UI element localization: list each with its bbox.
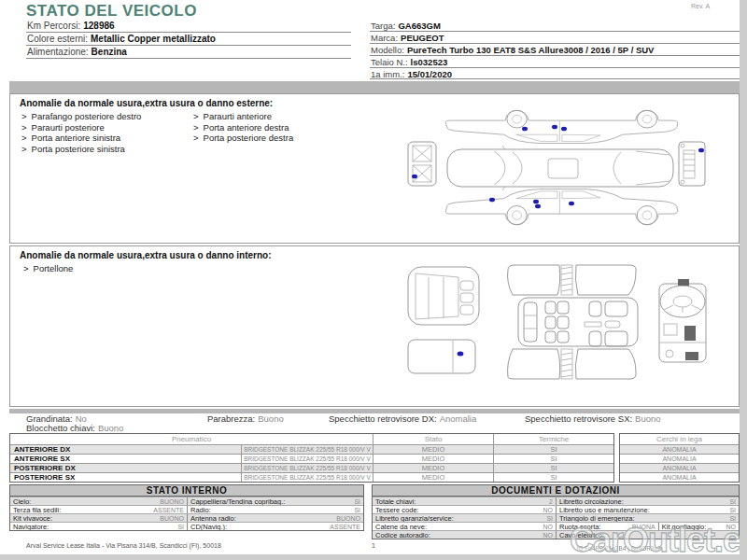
rim-row: ANOMALIA bbox=[620, 444, 739, 454]
scan-edge-bottom bbox=[0, 554, 747, 560]
damage-marker bbox=[533, 200, 539, 204]
field-modello: Modello:PureTech Turbo 130 EAT8 S&S Allu… bbox=[370, 44, 740, 56]
vehicle-report-page: STATO DEL VEICOLO Rev. A Km Percorsi:128… bbox=[0, 0, 747, 560]
interior-car-diagram bbox=[401, 251, 737, 402]
anomaly-item: >Porta anteriore destra bbox=[193, 122, 293, 133]
revision-label: Rev. A bbox=[691, 3, 710, 9]
damage-marker bbox=[522, 127, 528, 132]
field-marca: Marca:PEUGEOT bbox=[370, 32, 740, 44]
anomaly-item: >Portellone bbox=[23, 263, 73, 274]
rim-row: ANOMALIA bbox=[620, 472, 739, 482]
anomaly-item: >Porta posteriore sinistra bbox=[21, 144, 141, 155]
car-front-view bbox=[408, 142, 436, 186]
anomaly-item: >Paraurti posteriore bbox=[21, 122, 141, 133]
exterior-car-diagram bbox=[401, 96, 737, 241]
field-alimentazione: Alimentazione:Benzina bbox=[26, 46, 351, 59]
documenti-title: DOCUMENTI E DOTAZIONI bbox=[373, 485, 739, 497]
damage-marker bbox=[552, 125, 557, 130]
damage-marker bbox=[458, 352, 464, 357]
footer-company: Arval Service Lease Italia - Via Pisana … bbox=[26, 542, 221, 549]
field-targa: Targa:GA663GM bbox=[370, 20, 740, 32]
rim-row: ANOMALIA bbox=[620, 463, 739, 472]
field-km: Km Percorsi:128986 bbox=[26, 20, 351, 33]
tailgate-view bbox=[408, 340, 475, 373]
stato-interno-row: Terza fila sedili:ASSENTE Radio:SI bbox=[10, 505, 363, 513]
damage-marker bbox=[569, 202, 574, 206]
anomaly-item: >Parafango posteriore destro bbox=[21, 111, 141, 122]
tyre-row: POSTERIORE SXBRIDGESTONE BLIZZAK 225/55 … bbox=[10, 472, 613, 482]
damage-marker bbox=[412, 175, 417, 179]
dashboard-view bbox=[659, 279, 706, 362]
stato-interno-table: STATO INTERNO Cielo:BUONO Cappelliera/Te… bbox=[9, 484, 364, 531]
rims-table: Cerchi in lega ANOMALIA ANOMALIA ANOMALI… bbox=[619, 433, 740, 483]
cabin-view bbox=[508, 265, 638, 379]
col-header-cerchi: Cerchi in lega bbox=[620, 434, 739, 444]
documenti-row: Totale chiavi:2 Libretto circolazione:SI bbox=[373, 497, 739, 505]
stato-interno-row: Kit vivavoce:BUONO Antenna radio:BUONO bbox=[10, 513, 363, 522]
section-divider-bar bbox=[9, 81, 740, 93]
car-side-view-bottom bbox=[445, 189, 677, 225]
tyres-header-row: Pneumatico Stato Termiche bbox=[10, 434, 613, 444]
exterior-anomalies-col1: >Parafango posteriore destro >Paraurti p… bbox=[21, 111, 141, 154]
interior-anomalies-heading: Anomalie da normale usura,extra usura o … bbox=[20, 250, 272, 260]
anomaly-item: >Porta posteriore destra bbox=[193, 133, 293, 144]
field-prima-imm: 1a imm.:15/01/2020 bbox=[370, 68, 740, 80]
stato-interno-title: STATO INTERNO bbox=[10, 485, 363, 497]
page-title: STATO DEL VEICOLO bbox=[26, 2, 197, 21]
footer-page-number: 1 bbox=[372, 542, 375, 549]
exterior-anomalies-box: Anomalie da normale usura,extra usura o … bbox=[9, 93, 740, 244]
vehicle-info-right: Targa:GA663GM Marca:PEUGEOT Modello:Pure… bbox=[370, 20, 740, 79]
rim-row: ANOMALIA bbox=[620, 454, 739, 463]
col-header-stato: Stato bbox=[373, 434, 493, 444]
car-side-view-top bbox=[445, 110, 677, 143]
vehicle-info-left: Km Percorsi:128986 Colore esterni:Metall… bbox=[26, 20, 351, 59]
interior-anomalies-box: Anomalie da normale usura,extra usura o … bbox=[9, 245, 740, 407]
documenti-row: Tessere code:NO Libretto uso e manutenzi… bbox=[373, 505, 739, 513]
stato-interno-row: Navigatore:SI CD(Navig.):ASSENTE bbox=[10, 522, 363, 530]
damage-marker bbox=[561, 127, 567, 132]
condition-parabrezza: Parabrezza:Buono bbox=[207, 413, 284, 424]
damage-marker bbox=[698, 148, 704, 153]
field-colore: Colore esterni:Metallic Copper metallizz… bbox=[26, 33, 351, 46]
anomaly-item: >Porta anteriore sinistra bbox=[21, 133, 141, 144]
rims-header-row: Cerchi in lega bbox=[620, 434, 739, 444]
damage-marker bbox=[535, 204, 541, 209]
col-header-pneumatico: Pneumatico bbox=[10, 434, 373, 444]
tyres-table: Pneumatico Stato Termiche ANTERIORE DXBR… bbox=[9, 433, 614, 483]
condition-blocchetto-chiavi: Blocchetto chiavi:Buono bbox=[26, 423, 123, 433]
stato-interno-row: Cielo:BUONO Cappelliera/Tendina copribag… bbox=[10, 497, 363, 505]
tyre-row: ANTERIORE SXBRIDGESTONE BLIZZAK 225/55 R… bbox=[10, 454, 613, 463]
scan-edge-right bbox=[740, 0, 747, 560]
tyre-row: POSTERIORE DXBRIDGESTONE BLIZZAK 225/55 … bbox=[10, 463, 613, 472]
car-rear-view bbox=[679, 142, 705, 186]
damage-marker bbox=[489, 198, 495, 203]
col-header-termiche: Termiche bbox=[493, 434, 613, 444]
exterior-anomalies-col2: >Paraurti anteriore >Porta anteriore des… bbox=[193, 111, 293, 144]
condition-specchietto-sx: Specchietto retrovisore SX:Buono bbox=[525, 413, 661, 424]
condition-specchietto-dx: Specchietto retrovisore DX:Anomalia bbox=[329, 413, 476, 424]
interior-anomalies-list: >Portellone bbox=[23, 263, 73, 274]
tyre-row: ANTERIORE DXBRIDGESTONE BLIZZAK 225/55 R… bbox=[10, 444, 613, 454]
car-plan-view bbox=[447, 146, 673, 190]
anomaly-item: >Paraurti anteriore bbox=[193, 111, 293, 122]
exterior-anomalies-heading: Anomalie da normale usura,extra usura o … bbox=[20, 98, 273, 108]
field-telaio: Telaio N.:ls032523 bbox=[370, 56, 740, 68]
trunk-view bbox=[408, 267, 479, 325]
